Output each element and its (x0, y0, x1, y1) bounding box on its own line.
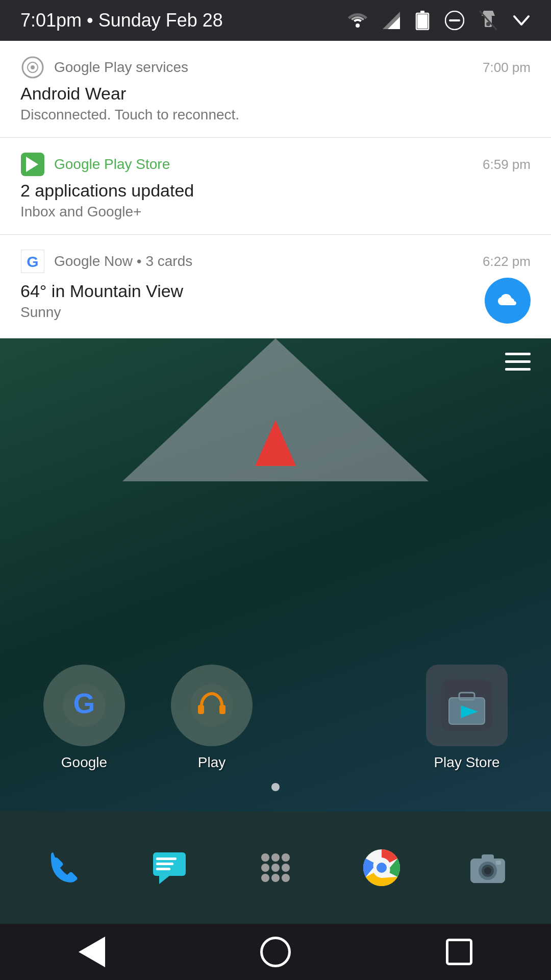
hamburger-line-3 (505, 368, 531, 371)
notif-body-play: Inbox and Google+ (20, 204, 531, 220)
nav-recent-button[interactable] (439, 932, 480, 972)
svg-rect-22 (198, 705, 204, 714)
svg-rect-7 (449, 19, 460, 21)
app-play[interactable]: Play (161, 665, 263, 771)
svg-rect-46 (482, 854, 494, 861)
play-store-label: Play Store (434, 754, 499, 771)
back-triangle-icon (79, 937, 105, 967)
svg-rect-4 (420, 11, 424, 13)
svg-point-39 (261, 874, 269, 882)
camera-svg-icon (467, 847, 508, 888)
notif-app-name-now: Google Now • 3 cards (54, 253, 192, 270)
dock-messages[interactable] (129, 827, 210, 909)
flashlight-icon (480, 11, 497, 30)
page-indicator (271, 783, 280, 791)
notif-title-play: 2 applications updated (20, 181, 531, 201)
svg-point-38 (282, 864, 290, 872)
dock-chrome[interactable] (341, 827, 422, 909)
svg-point-41 (282, 874, 290, 882)
status-icons (348, 11, 531, 30)
battery-icon (415, 11, 430, 30)
bottom-dock (0, 812, 551, 924)
messages-icon (141, 840, 197, 896)
notif-source-play: Google Play Store (20, 152, 170, 177)
play-store-notif-icon (20, 152, 45, 177)
navigation-bar (0, 924, 551, 980)
home-circle-icon (260, 937, 291, 967)
svg-rect-23 (219, 705, 226, 714)
signal-icon (383, 12, 400, 29)
notification-play-store[interactable]: Google Play Store 6:59 pm 2 applications… (0, 138, 551, 235)
google-label: Google (61, 754, 107, 771)
notif-time-now: 6:22 pm (483, 254, 531, 270)
notif-title-wear: Android Wear (20, 84, 531, 104)
hamburger-menu[interactable] (505, 353, 531, 371)
notif-source-wear: Google Play services (20, 55, 188, 80)
notification-google-now[interactable]: G Google Now • 3 cards 6:22 pm 64° in Mo… (0, 235, 551, 338)
phone-icon (35, 840, 91, 896)
apps-icon (247, 840, 304, 896)
play-music-icon (171, 665, 253, 746)
chrome-svg-icon (361, 847, 402, 888)
hamburger-line-2 (505, 360, 531, 363)
svg-point-37 (271, 864, 280, 872)
paper-plane-svg (122, 338, 429, 492)
play-store-home-icon (426, 665, 508, 746)
messages-svg-icon (149, 847, 190, 888)
svg-point-0 (356, 23, 360, 28)
notif-title-now: 64° in Mountain View (20, 281, 183, 301)
nav-home-button[interactable] (255, 932, 296, 972)
svg-point-21 (190, 684, 233, 727)
cloud-icon (495, 288, 520, 313)
app-play-store[interactable]: Play Store (416, 665, 518, 771)
svg-text:G: G (27, 253, 38, 270)
notif-body-now: Sunny (20, 304, 183, 321)
notif-source-now: G Google Now • 3 cards (20, 249, 192, 274)
svg-text:G: G (73, 688, 95, 719)
dnd-icon (445, 11, 464, 30)
google-logo-icon: G (61, 682, 107, 728)
notification-android-wear[interactable]: Google Play services 7:00 pm Android Wea… (0, 41, 551, 138)
google-now-icon: G (20, 249, 45, 274)
svg-rect-31 (156, 868, 170, 870)
weather-fab[interactable] (485, 278, 531, 324)
decoration (122, 338, 429, 494)
svg-rect-50 (496, 861, 501, 865)
notif-time-play: 6:59 pm (483, 157, 531, 173)
dock-camera[interactable] (447, 827, 529, 909)
notif-app-name-wear: Google Play services (54, 59, 188, 76)
camera-icon (460, 840, 516, 896)
apps-grid-svg-icon (255, 847, 296, 888)
screen: 7:01pm • Sunday Feb 28 (0, 0, 551, 980)
svg-point-44 (377, 863, 387, 873)
phone-svg-icon (43, 847, 84, 888)
svg-point-13 (31, 65, 35, 69)
notif-time-wear: 7:00 pm (483, 60, 531, 76)
chevron-down-icon[interactable] (512, 11, 531, 30)
svg-point-40 (271, 874, 280, 882)
chrome-icon (354, 840, 410, 896)
svg-point-35 (282, 853, 290, 862)
wear-icon (20, 55, 45, 80)
home-app-icons: G Google Pl (0, 665, 551, 771)
wifi-icon (348, 13, 367, 28)
nav-back-button[interactable] (71, 932, 112, 972)
svg-rect-5 (417, 14, 428, 29)
app-google[interactable]: G Google (33, 665, 135, 771)
svg-point-34 (271, 853, 280, 862)
play-label: Play (198, 754, 226, 771)
svg-rect-30 (156, 863, 173, 865)
play-music-logo-icon (189, 682, 235, 728)
svg-point-36 (261, 864, 269, 872)
svg-rect-29 (156, 857, 177, 860)
recent-square-icon (446, 939, 472, 965)
home-screen: G Google Pl (0, 338, 551, 812)
hamburger-line-1 (505, 353, 531, 355)
page-dot-active (271, 783, 280, 791)
dock-apps[interactable] (235, 827, 316, 909)
dock-phone[interactable] (22, 827, 104, 909)
google-icon: G (43, 665, 125, 746)
svg-point-49 (484, 867, 491, 874)
play-store-logo-icon (441, 680, 492, 731)
status-bar: 7:01pm • Sunday Feb 28 (0, 0, 551, 41)
